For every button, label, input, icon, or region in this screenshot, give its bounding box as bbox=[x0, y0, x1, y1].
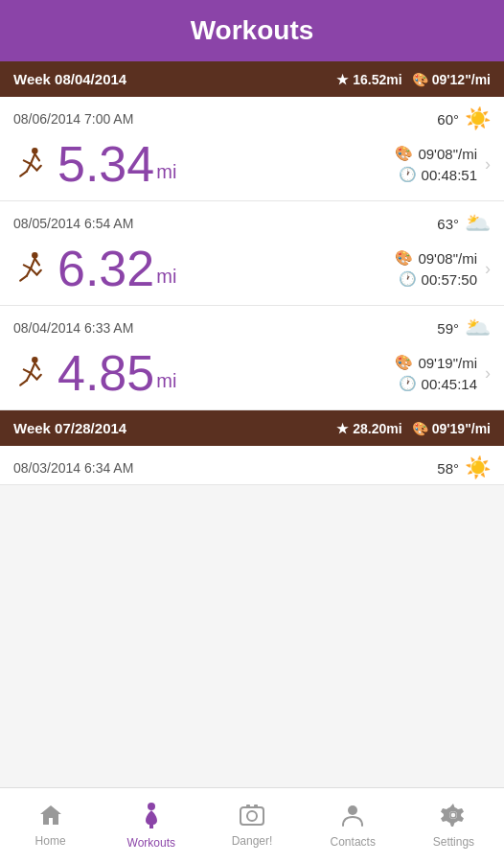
nav-label-settings: Settings bbox=[433, 835, 474, 849]
svg-line-21 bbox=[31, 373, 36, 379]
pace-stat-2: 🎨 09'08"/mi bbox=[395, 249, 477, 267]
svg-line-23 bbox=[34, 363, 39, 370]
workout-date-4: 08/03/2014 6:34 AM bbox=[13, 460, 133, 476]
svg-line-2 bbox=[24, 160, 31, 164]
nav-label-home: Home bbox=[35, 834, 66, 848]
temp-3: 59° bbox=[437, 320, 459, 337]
temp-2: 63° bbox=[437, 216, 459, 232]
run-icon-1 bbox=[13, 147, 48, 181]
workout-distance-1: 5.34 bbox=[57, 139, 154, 189]
weather-icon-3: 🌥️ bbox=[465, 315, 491, 340]
weather-icon-2: 🌥️ bbox=[465, 211, 491, 236]
home-icon bbox=[38, 804, 63, 830]
nav-item-home[interactable]: Home bbox=[0, 788, 101, 863]
workout-date-row-4: 08/03/2014 6:34 AM 58° ☀️ bbox=[0, 446, 504, 484]
weather-info-4: 58° ☀️ bbox=[437, 455, 491, 480]
workout-unit-2: mi bbox=[156, 266, 176, 288]
nav-item-settings[interactable]: Settings bbox=[403, 788, 504, 863]
run-icon-3 bbox=[13, 356, 48, 390]
pace-stat-3: 🎨 09'19"/mi bbox=[395, 354, 477, 371]
workout-stats-1: 🎨 09'08"/mi 🕐 00:48:51 bbox=[395, 145, 477, 183]
svg-line-17 bbox=[31, 363, 34, 373]
danger-icon bbox=[239, 804, 265, 830]
svg-line-14 bbox=[36, 270, 40, 275]
workout-distance-2: 6.32 bbox=[57, 244, 154, 293]
week-distance-2: ★ 28.20mi bbox=[336, 421, 401, 436]
duration-stat-1: 🕐 00:48:51 bbox=[399, 166, 477, 183]
svg-line-6 bbox=[36, 166, 40, 171]
workout-entry-2[interactable]: 08/05/2014 6:54 AM 63° 🌥️ 6.32 bbox=[0, 201, 504, 306]
svg-line-18 bbox=[24, 369, 31, 373]
workout-entry-1[interactable]: 08/06/2014 7:00 AM 60° ☀️ bbox=[0, 97, 504, 201]
week-distance-1: ★ 16.52mi bbox=[336, 72, 401, 87]
palette-icon-week1: 🎨 bbox=[412, 72, 428, 87]
workout-stats-2: 🎨 09'08"/mi 🕐 00:57:50 bbox=[395, 249, 477, 288]
svg-line-11 bbox=[27, 268, 31, 276]
page-title: Workouts bbox=[191, 15, 314, 46]
workout-date-row-1: 08/06/2014 7:00 AM 60° ☀️ bbox=[0, 97, 504, 135]
run-icon-2 bbox=[13, 251, 48, 286]
palette-icon-3: 🎨 bbox=[395, 354, 413, 371]
workout-date-3: 08/04/2014 6:33 AM bbox=[13, 320, 133, 336]
week-header-2: Week 07/28/2014 ★ 28.20mi 🎨 09'19"/mi bbox=[0, 410, 504, 446]
star-icon-2: ★ bbox=[336, 421, 349, 436]
svg-line-10 bbox=[24, 265, 31, 268]
weather-info-3: 59° 🌥️ bbox=[437, 315, 491, 340]
svg-line-22 bbox=[36, 375, 40, 380]
svg-line-19 bbox=[27, 373, 31, 381]
weather-info-2: 63° 🌥️ bbox=[437, 211, 491, 236]
palette-icon-1: 🎨 bbox=[395, 145, 413, 162]
palette-icon-2: 🎨 bbox=[395, 249, 413, 267]
nav-item-workouts[interactable]: Workouts bbox=[101, 788, 201, 863]
svg-line-12 bbox=[20, 276, 26, 281]
chevron-icon-2: › bbox=[485, 259, 491, 279]
workout-entry-4[interactable]: 08/03/2014 6:34 AM 58° ☀️ bbox=[0, 446, 504, 485]
svg-rect-28 bbox=[254, 805, 258, 808]
svg-line-9 bbox=[31, 259, 34, 268]
nav-item-contacts[interactable]: Contacts bbox=[303, 788, 403, 863]
palette-icon-week2: 🎨 bbox=[412, 421, 428, 436]
weather-icon-1: ☀️ bbox=[465, 106, 491, 131]
svg-line-7 bbox=[34, 154, 39, 161]
clock-icon-3: 🕐 bbox=[399, 375, 417, 392]
svg-line-13 bbox=[31, 268, 36, 274]
temp-1: 60° bbox=[437, 111, 459, 128]
duration-stat-2: 🕐 00:57:50 bbox=[399, 270, 477, 288]
svg-line-20 bbox=[20, 381, 26, 385]
workout-detail-row-1: 5.34 mi 🎨 09'08"/mi 🕐 00:48:51 › bbox=[0, 135, 504, 200]
bottom-navigation: Home Workouts Danger! Cont bbox=[0, 787, 504, 863]
workout-date-2: 08/05/2014 6:54 AM bbox=[13, 216, 133, 231]
week-label-1: Week 08/04/2014 bbox=[13, 71, 126, 87]
clock-icon-1: 🕐 bbox=[399, 166, 417, 183]
svg-line-1 bbox=[31, 154, 34, 164]
nav-label-workouts: Workouts bbox=[127, 836, 175, 850]
workouts-icon bbox=[142, 802, 161, 832]
workout-unit-3: mi bbox=[156, 370, 176, 392]
workout-entry-3[interactable]: 08/04/2014 6:33 AM 59° 🌥️ 4.85 bbox=[0, 306, 504, 410]
settings-icon bbox=[441, 803, 466, 831]
workout-date-1: 08/06/2014 7:00 AM bbox=[13, 111, 133, 127]
nav-item-danger[interactable]: Danger! bbox=[201, 788, 302, 863]
workout-date-row-3: 08/04/2014 6:33 AM 59° 🌥️ bbox=[0, 306, 504, 344]
svg-line-5 bbox=[31, 164, 36, 170]
nav-label-danger: Danger! bbox=[232, 834, 273, 848]
week-pace-2: 🎨 09'19"/mi bbox=[412, 421, 491, 436]
svg-point-26 bbox=[247, 811, 257, 821]
app-header: Workouts bbox=[0, 0, 504, 61]
svg-line-4 bbox=[20, 172, 26, 176]
temp-4: 58° bbox=[437, 460, 459, 477]
week-pace-1: 🎨 09'12"/mi bbox=[412, 72, 491, 87]
svg-line-3 bbox=[27, 164, 31, 172]
pace-stat-1: 🎨 09'08"/mi bbox=[395, 145, 477, 162]
workout-stats-3: 🎨 09'19"/mi 🕐 00:45:14 bbox=[395, 354, 477, 392]
workout-date-row-2: 08/05/2014 6:54 AM 63° 🌥️ bbox=[0, 201, 504, 240]
duration-stat-3: 🕐 00:45:14 bbox=[399, 375, 477, 392]
svg-point-29 bbox=[348, 805, 357, 815]
star-icon-1: ★ bbox=[336, 72, 349, 87]
workout-detail-row-2: 6.32 mi 🎨 09'08"/mi 🕐 00:57:50 › bbox=[0, 240, 504, 305]
week-header-1: Week 08/04/2014 ★ 16.52mi 🎨 09'12"/mi bbox=[0, 61, 504, 97]
clock-icon-2: 🕐 bbox=[399, 270, 417, 288]
content-area: Week 08/04/2014 ★ 16.52mi 🎨 09'12"/mi 08… bbox=[0, 61, 504, 787]
chevron-icon-3: › bbox=[485, 363, 491, 384]
chevron-icon-1: › bbox=[485, 154, 491, 175]
